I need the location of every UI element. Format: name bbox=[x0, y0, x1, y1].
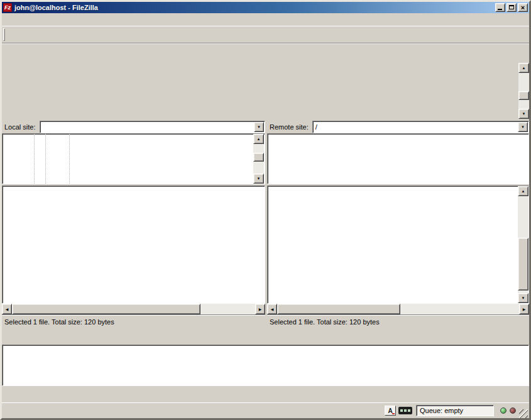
queue-body bbox=[2, 345, 529, 386]
activity-led-green-icon bbox=[500, 407, 506, 414]
title-bar: Fz john@localhost - FileZilla × bbox=[2, 2, 529, 13]
scroll-left-icon[interactable]: ◀ bbox=[267, 304, 277, 314]
queue-header bbox=[2, 333, 529, 345]
scroll-up-icon[interactable]: ▲ bbox=[518, 63, 529, 73]
minimize-button[interactable] bbox=[495, 3, 505, 12]
resize-grip[interactable] bbox=[519, 409, 528, 418]
local-tree-scrollbar[interactable]: ▲ ▼ bbox=[253, 134, 264, 184]
remote-tree bbox=[267, 133, 529, 184]
activity-led-red-icon bbox=[510, 407, 516, 414]
scroll-down-icon[interactable]: ▼ bbox=[518, 293, 528, 303]
ascii-indicator-icon: A bbox=[385, 406, 396, 416]
minimize-icon bbox=[498, 9, 502, 10]
remote-site-label: Remote site: bbox=[267, 123, 312, 131]
filezilla-window: Fz john@localhost - FileZilla × ▲ ▼ Loca… bbox=[0, 0, 531, 420]
local-file-list bbox=[2, 185, 265, 304]
quickconnect-bar bbox=[2, 43, 529, 62]
local-path-dropdown-icon[interactable]: ▼ bbox=[254, 122, 264, 132]
menu-bar bbox=[2, 13, 529, 26]
remote-file-list bbox=[267, 185, 529, 304]
log-scrollbar[interactable]: ▲ ▼ bbox=[518, 63, 529, 119]
remote-path-value: / bbox=[315, 123, 317, 131]
local-tree bbox=[2, 133, 265, 184]
scroll-down-icon[interactable]: ▼ bbox=[253, 174, 264, 184]
local-path-combo[interactable]: ▼ bbox=[40, 121, 265, 133]
local-site-label: Local site: bbox=[2, 123, 40, 131]
queue-status: Queue: empty bbox=[416, 405, 494, 416]
local-status-text: Selected 1 file. Total size: 120 bytes bbox=[2, 314, 265, 331]
scroll-right-icon[interactable]: ▶ bbox=[255, 304, 265, 314]
close-icon: × bbox=[518, 3, 527, 12]
scroll-down-icon[interactable]: ▼ bbox=[518, 109, 529, 119]
status-bar: A Queue: empty bbox=[2, 402, 529, 418]
app-logo-icon: Fz bbox=[3, 3, 12, 12]
local-site-row: Local site: ▼ bbox=[2, 120, 265, 133]
scroll-up-icon[interactable]: ▲ bbox=[518, 186, 528, 196]
maximize-button[interactable] bbox=[506, 3, 517, 12]
remote-list-scrollbar[interactable]: ▲ ▼ bbox=[518, 186, 528, 303]
remote-status-text: Selected 1 file. Total size: 120 bytes bbox=[267, 314, 529, 331]
toolbar bbox=[2, 26, 529, 43]
remote-path-dropdown-icon[interactable]: ▼ bbox=[518, 122, 528, 132]
remote-path-combo[interactable]: / ▼ bbox=[312, 121, 529, 133]
remote-hscrollbar[interactable]: ◀ ▶ bbox=[267, 304, 529, 314]
message-log bbox=[2, 62, 529, 120]
queue-tabs bbox=[2, 386, 529, 401]
speed-limit-indicator-icon bbox=[398, 407, 412, 414]
close-button[interactable]: × bbox=[518, 3, 528, 12]
toolbar-grip[interactable] bbox=[3, 28, 5, 41]
maximize-icon bbox=[509, 5, 514, 9]
local-hscrollbar[interactable]: ◀ ▶ bbox=[2, 304, 265, 314]
scroll-right-icon[interactable]: ▶ bbox=[519, 304, 529, 314]
remote-site-row: Remote site: / ▼ bbox=[267, 120, 529, 133]
window-title: john@localhost - FileZilla bbox=[14, 4, 494, 11]
scroll-left-icon[interactable]: ◀ bbox=[2, 304, 12, 314]
scroll-up-icon[interactable]: ▲ bbox=[253, 134, 264, 144]
